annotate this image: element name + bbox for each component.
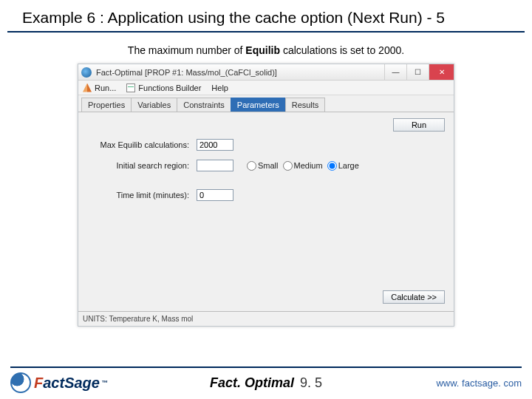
logo-swoosh-icon — [10, 372, 31, 393]
app-icon — [81, 67, 92, 78]
radio-large[interactable]: Large — [327, 161, 359, 171]
logo-act: act — [43, 375, 64, 392]
region-radios: Small Medium Large — [247, 161, 359, 171]
radio-small-input[interactable] — [247, 161, 256, 171]
slide-title: Example 6 : Application using the cache … — [7, 0, 525, 33]
caption-post: calculations is set to 2000. — [280, 44, 404, 56]
tab-results[interactable]: Results — [285, 98, 326, 112]
tab-variables[interactable]: Variables — [131, 98, 177, 112]
maximize-button[interactable]: ☐ — [406, 64, 429, 80]
radio-large-label: Large — [338, 161, 359, 170]
menu-functions[interactable]: Functions Builder — [126, 83, 201, 92]
tabstrip: Properties Variables Constraints Paramet… — [78, 95, 454, 112]
slide-caption: The maximum number of Equilib calculatio… — [0, 44, 532, 56]
calculate-button[interactable]: Calculate >> — [383, 290, 445, 304]
radio-small-label: Small — [258, 161, 279, 170]
statusbar: UNITS: Temperature K, Mass mol — [78, 311, 454, 326]
close-button[interactable]: ✕ — [429, 64, 454, 80]
caption-pre: The maximum number of — [128, 44, 246, 56]
max-equilib-label: Max Equilib calculations: — [86, 140, 197, 149]
tab-constraints[interactable]: Constraints — [177, 98, 231, 112]
row-max-equilib: Max Equilib calculations: — [86, 139, 446, 151]
app-window: Fact-Optimal [PROP #1: Mass/mol_(CaFCl_s… — [78, 64, 454, 327]
caption-bold: Equilib — [245, 44, 280, 56]
footer-product: Fact. Optimal — [210, 375, 294, 390]
footer-divider — [10, 366, 522, 368]
menu-help[interactable]: Help — [211, 83, 228, 92]
titlebar: Fact-Optimal [PROP #1: Mass/mol_(CaFCl_s… — [78, 64, 454, 81]
radio-large-input[interactable] — [327, 161, 337, 171]
status-units: UNITS: Temperature K, Mass mol — [83, 315, 193, 323]
time-limit-label: Time limit (minutes): — [86, 191, 197, 200]
radio-medium[interactable]: Medium — [283, 161, 323, 171]
menubar: Run... Functions Builder Help — [78, 81, 454, 95]
rocket-icon — [83, 83, 92, 92]
footer-center: Fact. Optimal9. 5 — [210, 375, 322, 391]
window-title: Fact-Optimal [PROP #1: Mass/mol_(CaFCl_s… — [96, 68, 277, 77]
time-limit-input[interactable] — [197, 189, 233, 201]
max-equilib-input[interactable] — [197, 139, 233, 151]
radio-small[interactable]: Small — [247, 161, 279, 171]
factsage-logo: FactSage ™ — [10, 372, 108, 393]
menu-run[interactable]: Run... — [83, 83, 116, 92]
tab-parameters[interactable]: Parameters — [231, 98, 286, 112]
footer-url: www. factsage. com — [436, 378, 522, 389]
window-controls: — ☐ ✕ — [384, 64, 454, 80]
logo-letter-f: F — [34, 375, 43, 392]
menu-functions-label: Functions Builder — [138, 83, 201, 92]
logo-tm: ™ — [101, 379, 108, 386]
logo-sage: Sage — [64, 375, 100, 392]
radio-medium-label: Medium — [294, 161, 323, 170]
row-init-region: Initial search region: Small Medium Larg… — [86, 160, 446, 171]
client-area: Run Max Equilib calculations: Initial se… — [78, 112, 454, 326]
run-button[interactable]: Run — [393, 118, 445, 132]
function-icon — [126, 83, 135, 92]
footer-version: 9. 5 — [300, 375, 322, 390]
row-time-limit: Time limit (minutes): — [86, 189, 446, 201]
menu-run-label: Run... — [95, 83, 116, 92]
init-region-input[interactable] — [197, 160, 233, 171]
minimize-button[interactable]: — — [384, 64, 406, 80]
radio-medium-input[interactable] — [283, 161, 293, 171]
init-region-label: Initial search region: — [86, 161, 197, 170]
slide-footer: FactSage ™ Fact. Optimal9. 5 www. factsa… — [0, 366, 532, 399]
tab-properties[interactable]: Properties — [81, 98, 132, 112]
